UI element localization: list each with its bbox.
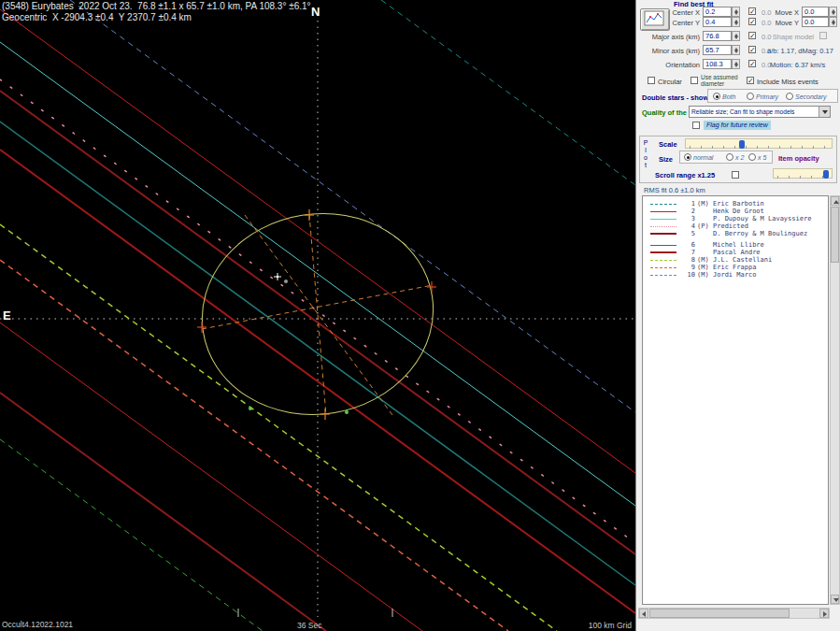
event-dot	[345, 410, 349, 414]
observer-line-swatch	[650, 251, 676, 253]
scroll-range-label: Scroll range x1.25	[655, 171, 715, 179]
shape-model-checkbox[interactable]	[819, 32, 827, 39]
fit-row-value-4[interactable]: 108.3	[703, 59, 732, 69]
scroll-up-icon[interactable]	[831, 196, 839, 206]
observer-line-swatch	[650, 233, 676, 235]
observer-number: 9	[680, 264, 695, 271]
axis-ratio-readout: a/b: 1.17, dMag: 0.17	[767, 47, 833, 55]
move-y-field[interactable]: 0.0	[802, 17, 829, 27]
fit-row-checkbox-0[interactable]	[748, 7, 756, 15]
fit-row-value-1[interactable]: 0.4	[703, 17, 732, 27]
scale-slider-thumb[interactable]	[739, 140, 745, 149]
double-stars-radio-label: Both	[722, 93, 735, 100]
observer-number: 4	[680, 222, 695, 230]
flag-review-label: Flag for future review	[704, 121, 771, 130]
east-label: E	[3, 308, 11, 323]
flag-review-checkbox[interactable]	[692, 122, 700, 129]
double-stars-radio-Secondary[interactable]	[786, 93, 793, 100]
plot-vertical-label: P l o t	[642, 139, 649, 169]
observer-line-swatch	[650, 245, 676, 246]
observer-row[interactable]: 3P. Dupouy & M Lavayssiere	[643, 215, 828, 222]
observer-chord-line	[0, 91, 635, 554]
observer-number: 6	[680, 241, 695, 249]
observer-row[interactable]: 10(M)Jordi Marco	[643, 271, 828, 279]
observer-code: (P)	[695, 222, 713, 230]
grid-scale-label: 100 km Grid	[568, 621, 632, 630]
vscrollbar-thumb[interactable]	[831, 207, 839, 263]
fit-row-checkbox-1[interactable]	[748, 18, 756, 25]
observer-name: D. Berroy & M Boulinguez	[713, 230, 807, 237]
observer-row[interactable]: 7Pascal Andre	[643, 249, 828, 256]
observer-row[interactable]: 4(P)Predicted	[643, 222, 828, 230]
observer-line-swatch	[650, 260, 676, 261]
observer-number: 8	[680, 256, 695, 264]
observer-number: 7	[680, 249, 695, 256]
observer-chord-line	[0, 260, 508, 631]
double-stars-radio-Primary[interactable]	[747, 93, 754, 100]
chevron-down-icon[interactable]	[819, 107, 830, 117]
double-stars-radio-label: Secondary	[795, 93, 826, 100]
fit-row-label-3: Minor axis (km)	[640, 47, 700, 55]
scroll-down-icon[interactable]	[831, 595, 839, 604]
observer-number: 3	[680, 215, 695, 222]
observer-row[interactable]: 6Michel Llibre	[643, 241, 828, 249]
observer-name: Jordi Marco	[713, 271, 756, 279]
observer-list-hscrollbar[interactable]	[638, 608, 830, 619]
observer-number: 10	[680, 271, 695, 279]
size-radio-x2[interactable]	[726, 153, 733, 161]
hscrollbar-thumb[interactable]	[649, 609, 790, 618]
rms-fit-label: RMS fit 0.6 ±1.0 km	[644, 186, 705, 194]
observer-list-vscrollbar[interactable]	[830, 195, 840, 605]
opacity-slider-thumb[interactable]	[823, 170, 829, 179]
move-x-spinner[interactable]	[829, 7, 837, 17]
include-miss-events-checkbox[interactable]	[747, 77, 754, 84]
circular-checkbox[interactable]	[648, 77, 655, 84]
size-radio-normal[interactable]	[684, 153, 691, 161]
scroll-left-icon[interactable]	[639, 609, 648, 618]
observer-code: (M)	[695, 256, 713, 264]
fit-row-spinner-3[interactable]	[732, 45, 740, 55]
fit-row-spinner-4[interactable]	[732, 59, 740, 69]
observer-row[interactable]: 9(M)Eric Frappa	[643, 264, 828, 271]
move-x-field[interactable]: 0.0	[802, 7, 829, 17]
fit-row-checkbox-4[interactable]	[748, 60, 756, 67]
size-radio-label: x 2	[735, 154, 744, 161]
observer-line-swatch	[650, 267, 676, 268]
scroll-right-icon[interactable]	[819, 609, 829, 618]
observer-line-swatch	[650, 226, 676, 227]
scroll-range-checkbox[interactable]	[732, 171, 739, 179]
fit-row-checkbox-2[interactable]	[748, 32, 756, 39]
timescale-label: 36 Sec	[297, 621, 321, 630]
quality-of-fit-dropdown[interactable]: Reliable size; Can fit to shape models	[689, 106, 831, 118]
fit-row-spinner-1[interactable]	[732, 17, 740, 27]
fit-row-value-2[interactable]: 76.8	[703, 31, 732, 41]
track-line	[0, 323, 422, 631]
opacity-slider[interactable]	[773, 168, 833, 179]
observer-row[interactable]: 2Henk De Groot	[643, 208, 828, 215]
scale-slider[interactable]	[685, 138, 833, 149]
fit-row-label-0: Center X	[640, 8, 700, 17]
double-stars-radio-Both[interactable]	[713, 93, 720, 100]
use-assumed-diameter-checkbox[interactable]	[691, 77, 698, 84]
quality-of-fit-value: Reliable size; Can fit to shape models	[691, 108, 794, 115]
observer-row[interactable]: 1(M)Eric Barbotin	[643, 200, 828, 208]
fit-row-spinner-2[interactable]	[732, 31, 740, 41]
fit-row-value-0[interactable]: 0.2	[703, 7, 732, 17]
fit-row-value-3[interactable]: 65.7	[703, 45, 732, 55]
observer-chord-line	[0, 224, 557, 631]
plot-title-fit-result: (3548) Eurybates 2022 Oct 23. 76.8 ±1.1 …	[2, 1, 311, 11]
observer-name: Predicted	[713, 222, 748, 230]
observer-row[interactable]: 8(M)J.L. Castellani	[643, 256, 828, 264]
fit-row-spinner-0[interactable]	[732, 7, 740, 17]
size-radio-x5[interactable]	[748, 153, 756, 161]
chord-plot-area[interactable]: (3548) Eurybates 2022 Oct 23. 76.8 ±1.1 …	[0, 0, 636, 631]
use-assumed-diameter-label: Use assumed diameter	[701, 74, 742, 87]
observer-row[interactable]: 5D. Berroy & M Boulinguez	[643, 230, 828, 237]
size-label: Size	[659, 155, 673, 164]
observer-list[interactable]: 1(M)Eric Barbotin2Henk De Groot3P. Dupou…	[642, 195, 829, 605]
event-dot	[249, 407, 252, 410]
track-line	[0, 439, 263, 631]
fit-row-checkbox-3[interactable]	[748, 46, 756, 53]
chord-plot-canvas[interactable]	[0, 0, 636, 631]
move-y-spinner[interactable]	[829, 17, 837, 27]
